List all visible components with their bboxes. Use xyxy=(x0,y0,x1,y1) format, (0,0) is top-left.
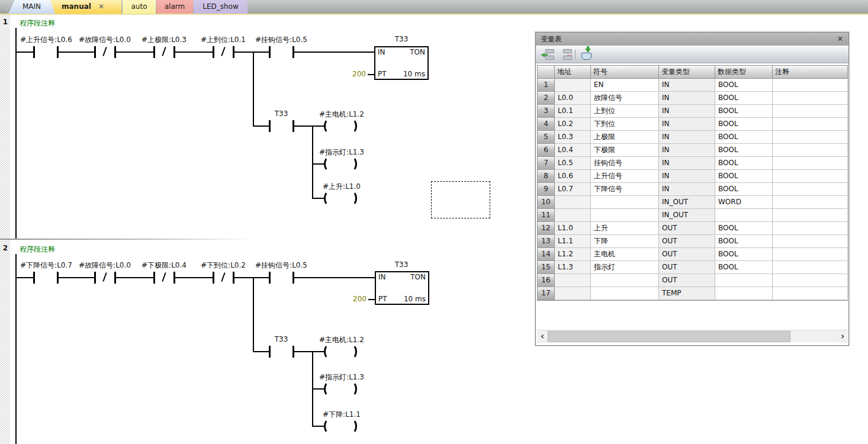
table-cell[interactable] xyxy=(773,157,848,170)
coil[interactable] xyxy=(324,419,357,434)
table-cell[interactable]: 下降 xyxy=(591,235,659,248)
table-cell[interactable]: L0.5 xyxy=(555,157,591,170)
table-cell[interactable]: IN xyxy=(659,157,715,170)
table-cell[interactable] xyxy=(555,196,591,209)
row-number-cell[interactable]: 14 xyxy=(538,248,555,261)
table-cell[interactable] xyxy=(773,287,848,300)
table-cell[interactable]: IN_OUT xyxy=(659,196,715,209)
table-cell[interactable] xyxy=(591,274,659,287)
scroll-tabs-left-icon[interactable] xyxy=(2,4,8,11)
scroll-left-icon[interactable]: ‹ xyxy=(537,330,548,343)
contact-no[interactable] xyxy=(292,272,294,284)
table-cell[interactable]: IN xyxy=(659,144,715,157)
table-cell[interactable]: IN xyxy=(659,92,715,105)
table-cell[interactable] xyxy=(773,261,848,274)
table-cell[interactable] xyxy=(555,287,591,300)
table-cell[interactable]: BOOL xyxy=(715,92,773,105)
table-cell[interactable]: BOOL xyxy=(715,79,773,92)
table-cell[interactable]: 主电机 xyxy=(591,248,659,261)
contact-nc[interactable] xyxy=(213,272,214,284)
timer-preset-value[interactable]: 200 xyxy=(340,295,367,303)
contact-label[interactable]: #挂钩信号:L0.5 xyxy=(243,35,320,45)
contact-nc[interactable] xyxy=(233,272,234,284)
table-cell[interactable]: IN xyxy=(659,79,715,92)
table-cell[interactable]: BOOL xyxy=(715,235,773,248)
table-cell[interactable]: BOOL xyxy=(715,118,773,131)
table-cell[interactable] xyxy=(555,274,591,287)
contact-no[interactable] xyxy=(57,46,59,58)
table-cell[interactable] xyxy=(555,79,591,92)
table-cell[interactable]: L0.0 xyxy=(555,92,591,105)
table-cell[interactable] xyxy=(773,222,848,235)
table-cell[interactable]: 指示灯 xyxy=(591,261,659,274)
row-number-cell[interactable]: 8 xyxy=(538,170,555,183)
row-number-cell[interactable]: 17 xyxy=(538,287,555,300)
tab-alarm[interactable]: alarm xyxy=(156,0,193,14)
table-cell[interactable]: OUT xyxy=(659,261,715,274)
table-cell[interactable] xyxy=(715,209,773,222)
table-cell[interactable]: L1.1 xyxy=(555,235,591,248)
network-comment[interactable]: 程序段注释 xyxy=(20,18,55,28)
table-cell[interactable] xyxy=(591,196,659,209)
contact-no[interactable] xyxy=(269,272,271,284)
contact-nc[interactable] xyxy=(233,46,234,58)
table-cell[interactable]: L0.3 xyxy=(555,131,591,144)
table-cell[interactable] xyxy=(773,144,848,157)
table-cell[interactable]: BOOL xyxy=(715,157,773,170)
table-cell[interactable] xyxy=(773,118,848,131)
timer-box-ton[interactable]: IN TON PT 10 ms xyxy=(375,271,429,305)
contact-no[interactable] xyxy=(57,272,59,284)
row-number-cell[interactable]: 16 xyxy=(538,274,555,287)
table-cell[interactable] xyxy=(773,105,848,118)
row-number-cell[interactable]: 9 xyxy=(538,183,555,196)
table-cell[interactable]: IN_OUT xyxy=(659,209,715,222)
contact-nc[interactable] xyxy=(153,46,155,58)
contact-nc[interactable] xyxy=(173,46,175,58)
table-cell[interactable] xyxy=(555,209,591,222)
column-header[interactable]: 数据类型 xyxy=(715,66,773,79)
table-cell[interactable]: L0.2 xyxy=(555,118,591,131)
timer-name[interactable]: T33 xyxy=(363,35,440,43)
row-number-cell[interactable]: 1 xyxy=(538,79,555,92)
insert-row-icon[interactable] xyxy=(541,49,555,60)
contact-nc[interactable] xyxy=(153,272,155,284)
horizontal-scrollbar[interactable]: ‹ › xyxy=(537,330,848,342)
coil[interactable] xyxy=(324,344,357,359)
contact-nc[interactable] xyxy=(213,46,214,58)
table-cell[interactable] xyxy=(773,131,848,144)
table-cell[interactable]: 上极限 xyxy=(591,131,659,144)
contact-no[interactable] xyxy=(269,46,271,58)
table-cell[interactable]: IN xyxy=(659,105,715,118)
table-cell[interactable] xyxy=(773,274,848,287)
table-cell[interactable]: L0.7 xyxy=(555,183,591,196)
table-cell[interactable]: IN xyxy=(659,118,715,131)
table-cell[interactable]: 下到位 xyxy=(591,118,659,131)
table-cell[interactable]: BOOL xyxy=(715,261,773,274)
contact-nc[interactable] xyxy=(114,46,116,58)
table-cell[interactable] xyxy=(591,287,659,300)
close-window-icon[interactable]: ✕ xyxy=(835,33,845,46)
table-cell[interactable]: OUT xyxy=(659,274,715,287)
table-cell[interactable] xyxy=(773,248,848,261)
table-cell[interactable]: EN xyxy=(591,79,659,92)
column-header[interactable] xyxy=(538,66,555,79)
contact-label[interactable]: #挂钩信号:L0.5 xyxy=(243,260,320,271)
coil[interactable] xyxy=(324,381,357,397)
row-number-cell[interactable]: 11 xyxy=(538,209,555,222)
column-header[interactable]: 变量类型 xyxy=(659,66,715,79)
table-cell[interactable]: 上升 xyxy=(591,222,659,235)
coil[interactable] xyxy=(324,191,357,206)
table-cell[interactable] xyxy=(773,92,848,105)
table-cell[interactable]: OUT xyxy=(659,235,715,248)
row-number-cell[interactable]: 15 xyxy=(538,261,555,274)
column-header[interactable]: 注释 xyxy=(773,66,848,79)
row-number-cell[interactable]: 5 xyxy=(538,131,555,144)
table-cell[interactable]: 挂钩信号 xyxy=(591,157,659,170)
scrollbar-thumb[interactable] xyxy=(548,331,790,342)
timer-preset-value[interactable]: 200 xyxy=(340,70,366,78)
timer-name[interactable]: T33 xyxy=(363,260,440,269)
column-header[interactable]: 符号 xyxy=(591,66,659,79)
scroll-right-icon[interactable]: › xyxy=(837,330,848,343)
table-cell[interactable]: L0.4 xyxy=(555,144,591,157)
contact-nc[interactable] xyxy=(94,46,96,58)
